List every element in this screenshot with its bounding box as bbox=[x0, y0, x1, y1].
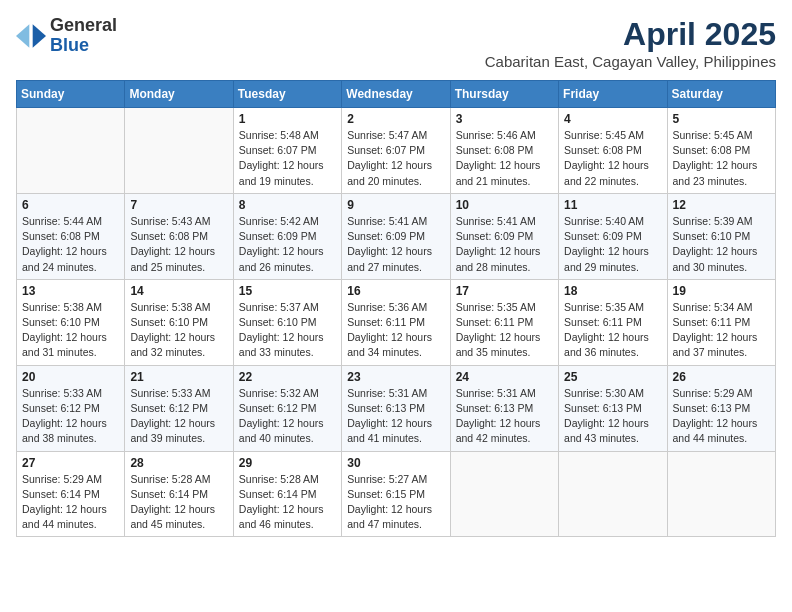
day-info: Sunrise: 5:40 AM Sunset: 6:09 PM Dayligh… bbox=[564, 214, 661, 275]
calendar-cell: 7Sunrise: 5:43 AM Sunset: 6:08 PM Daylig… bbox=[125, 193, 233, 279]
day-info: Sunrise: 5:39 AM Sunset: 6:10 PM Dayligh… bbox=[673, 214, 770, 275]
calendar-cell: 5Sunrise: 5:45 AM Sunset: 6:08 PM Daylig… bbox=[667, 108, 775, 194]
calendar-cell: 22Sunrise: 5:32 AM Sunset: 6:12 PM Dayli… bbox=[233, 365, 341, 451]
calendar-cell: 3Sunrise: 5:46 AM Sunset: 6:08 PM Daylig… bbox=[450, 108, 558, 194]
calendar-cell bbox=[559, 451, 667, 537]
day-number: 10 bbox=[456, 198, 553, 212]
day-of-week-header: Wednesday bbox=[342, 81, 450, 108]
day-number: 19 bbox=[673, 284, 770, 298]
calendar-table: SundayMondayTuesdayWednesdayThursdayFrid… bbox=[16, 80, 776, 537]
day-number: 17 bbox=[456, 284, 553, 298]
day-number: 4 bbox=[564, 112, 661, 126]
svg-marker-0 bbox=[33, 24, 46, 47]
day-info: Sunrise: 5:27 AM Sunset: 6:15 PM Dayligh… bbox=[347, 472, 444, 533]
day-info: Sunrise: 5:35 AM Sunset: 6:11 PM Dayligh… bbox=[456, 300, 553, 361]
calendar-week-row: 20Sunrise: 5:33 AM Sunset: 6:12 PM Dayli… bbox=[17, 365, 776, 451]
title-area: April 2025 Cabaritan East, Cagayan Valle… bbox=[485, 16, 776, 70]
day-of-week-header: Saturday bbox=[667, 81, 775, 108]
day-info: Sunrise: 5:30 AM Sunset: 6:13 PM Dayligh… bbox=[564, 386, 661, 447]
calendar-cell: 15Sunrise: 5:37 AM Sunset: 6:10 PM Dayli… bbox=[233, 279, 341, 365]
calendar-body: 1Sunrise: 5:48 AM Sunset: 6:07 PM Daylig… bbox=[17, 108, 776, 537]
calendar-cell bbox=[17, 108, 125, 194]
day-info: Sunrise: 5:31 AM Sunset: 6:13 PM Dayligh… bbox=[456, 386, 553, 447]
day-info: Sunrise: 5:35 AM Sunset: 6:11 PM Dayligh… bbox=[564, 300, 661, 361]
day-number: 2 bbox=[347, 112, 444, 126]
day-number: 7 bbox=[130, 198, 227, 212]
calendar-cell: 16Sunrise: 5:36 AM Sunset: 6:11 PM Dayli… bbox=[342, 279, 450, 365]
calendar-cell: 6Sunrise: 5:44 AM Sunset: 6:08 PM Daylig… bbox=[17, 193, 125, 279]
day-of-week-header: Friday bbox=[559, 81, 667, 108]
day-number: 8 bbox=[239, 198, 336, 212]
day-number: 25 bbox=[564, 370, 661, 384]
calendar-week-row: 13Sunrise: 5:38 AM Sunset: 6:10 PM Dayli… bbox=[17, 279, 776, 365]
calendar-cell: 19Sunrise: 5:34 AM Sunset: 6:11 PM Dayli… bbox=[667, 279, 775, 365]
day-number: 11 bbox=[564, 198, 661, 212]
calendar-cell: 26Sunrise: 5:29 AM Sunset: 6:13 PM Dayli… bbox=[667, 365, 775, 451]
day-info: Sunrise: 5:45 AM Sunset: 6:08 PM Dayligh… bbox=[673, 128, 770, 189]
calendar-cell: 28Sunrise: 5:28 AM Sunset: 6:14 PM Dayli… bbox=[125, 451, 233, 537]
calendar-cell: 4Sunrise: 5:45 AM Sunset: 6:08 PM Daylig… bbox=[559, 108, 667, 194]
calendar-week-row: 6Sunrise: 5:44 AM Sunset: 6:08 PM Daylig… bbox=[17, 193, 776, 279]
day-number: 12 bbox=[673, 198, 770, 212]
day-info: Sunrise: 5:28 AM Sunset: 6:14 PM Dayligh… bbox=[130, 472, 227, 533]
day-info: Sunrise: 5:46 AM Sunset: 6:08 PM Dayligh… bbox=[456, 128, 553, 189]
day-number: 22 bbox=[239, 370, 336, 384]
day-info: Sunrise: 5:33 AM Sunset: 6:12 PM Dayligh… bbox=[22, 386, 119, 447]
day-info: Sunrise: 5:29 AM Sunset: 6:14 PM Dayligh… bbox=[22, 472, 119, 533]
calendar-cell: 12Sunrise: 5:39 AM Sunset: 6:10 PM Dayli… bbox=[667, 193, 775, 279]
day-number: 20 bbox=[22, 370, 119, 384]
day-number: 30 bbox=[347, 456, 444, 470]
calendar-cell: 24Sunrise: 5:31 AM Sunset: 6:13 PM Dayli… bbox=[450, 365, 558, 451]
day-info: Sunrise: 5:48 AM Sunset: 6:07 PM Dayligh… bbox=[239, 128, 336, 189]
day-of-week-header: Tuesday bbox=[233, 81, 341, 108]
day-number: 9 bbox=[347, 198, 444, 212]
logo-icon bbox=[16, 21, 46, 51]
calendar-header-row: SundayMondayTuesdayWednesdayThursdayFrid… bbox=[17, 81, 776, 108]
day-info: Sunrise: 5:31 AM Sunset: 6:13 PM Dayligh… bbox=[347, 386, 444, 447]
day-number: 15 bbox=[239, 284, 336, 298]
calendar-week-row: 1Sunrise: 5:48 AM Sunset: 6:07 PM Daylig… bbox=[17, 108, 776, 194]
day-number: 5 bbox=[673, 112, 770, 126]
day-info: Sunrise: 5:41 AM Sunset: 6:09 PM Dayligh… bbox=[347, 214, 444, 275]
day-info: Sunrise: 5:33 AM Sunset: 6:12 PM Dayligh… bbox=[130, 386, 227, 447]
calendar-cell: 21Sunrise: 5:33 AM Sunset: 6:12 PM Dayli… bbox=[125, 365, 233, 451]
day-number: 16 bbox=[347, 284, 444, 298]
day-number: 29 bbox=[239, 456, 336, 470]
calendar-cell: 20Sunrise: 5:33 AM Sunset: 6:12 PM Dayli… bbox=[17, 365, 125, 451]
calendar-cell: 8Sunrise: 5:42 AM Sunset: 6:09 PM Daylig… bbox=[233, 193, 341, 279]
day-info: Sunrise: 5:42 AM Sunset: 6:09 PM Dayligh… bbox=[239, 214, 336, 275]
day-info: Sunrise: 5:43 AM Sunset: 6:08 PM Dayligh… bbox=[130, 214, 227, 275]
day-number: 21 bbox=[130, 370, 227, 384]
header: General Blue April 2025 Cabaritan East, … bbox=[16, 16, 776, 70]
calendar-cell: 14Sunrise: 5:38 AM Sunset: 6:10 PM Dayli… bbox=[125, 279, 233, 365]
calendar-cell: 18Sunrise: 5:35 AM Sunset: 6:11 PM Dayli… bbox=[559, 279, 667, 365]
calendar-cell bbox=[125, 108, 233, 194]
day-info: Sunrise: 5:34 AM Sunset: 6:11 PM Dayligh… bbox=[673, 300, 770, 361]
calendar-cell bbox=[450, 451, 558, 537]
day-number: 23 bbox=[347, 370, 444, 384]
logo: General Blue bbox=[16, 16, 117, 56]
calendar-cell: 11Sunrise: 5:40 AM Sunset: 6:09 PM Dayli… bbox=[559, 193, 667, 279]
day-info: Sunrise: 5:47 AM Sunset: 6:07 PM Dayligh… bbox=[347, 128, 444, 189]
calendar-week-row: 27Sunrise: 5:29 AM Sunset: 6:14 PM Dayli… bbox=[17, 451, 776, 537]
calendar-cell: 23Sunrise: 5:31 AM Sunset: 6:13 PM Dayli… bbox=[342, 365, 450, 451]
day-info: Sunrise: 5:38 AM Sunset: 6:10 PM Dayligh… bbox=[22, 300, 119, 361]
day-number: 18 bbox=[564, 284, 661, 298]
day-of-week-header: Thursday bbox=[450, 81, 558, 108]
day-number: 14 bbox=[130, 284, 227, 298]
calendar-cell bbox=[667, 451, 775, 537]
day-info: Sunrise: 5:37 AM Sunset: 6:10 PM Dayligh… bbox=[239, 300, 336, 361]
day-info: Sunrise: 5:45 AM Sunset: 6:08 PM Dayligh… bbox=[564, 128, 661, 189]
day-number: 28 bbox=[130, 456, 227, 470]
day-number: 13 bbox=[22, 284, 119, 298]
day-number: 24 bbox=[456, 370, 553, 384]
calendar-cell: 13Sunrise: 5:38 AM Sunset: 6:10 PM Dayli… bbox=[17, 279, 125, 365]
calendar-cell: 25Sunrise: 5:30 AM Sunset: 6:13 PM Dayli… bbox=[559, 365, 667, 451]
day-number: 3 bbox=[456, 112, 553, 126]
day-number: 27 bbox=[22, 456, 119, 470]
day-number: 1 bbox=[239, 112, 336, 126]
calendar-cell: 1Sunrise: 5:48 AM Sunset: 6:07 PM Daylig… bbox=[233, 108, 341, 194]
calendar-cell: 29Sunrise: 5:28 AM Sunset: 6:14 PM Dayli… bbox=[233, 451, 341, 537]
day-info: Sunrise: 5:32 AM Sunset: 6:12 PM Dayligh… bbox=[239, 386, 336, 447]
calendar-cell: 27Sunrise: 5:29 AM Sunset: 6:14 PM Dayli… bbox=[17, 451, 125, 537]
